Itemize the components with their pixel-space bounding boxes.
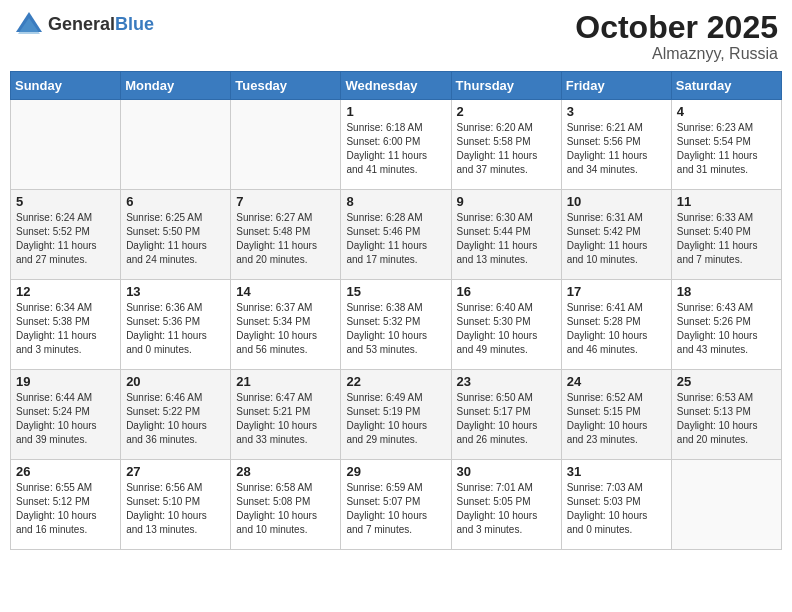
weekday-header-monday: Monday	[121, 72, 231, 100]
day-info: Sunrise: 6:36 AM Sunset: 5:36 PM Dayligh…	[126, 301, 225, 357]
day-info: Sunrise: 6:34 AM Sunset: 5:38 PM Dayligh…	[16, 301, 115, 357]
day-info: Sunrise: 6:28 AM Sunset: 5:46 PM Dayligh…	[346, 211, 445, 267]
calendar-week-row: 1Sunrise: 6:18 AM Sunset: 6:00 PM Daylig…	[11, 100, 782, 190]
day-info: Sunrise: 6:37 AM Sunset: 5:34 PM Dayligh…	[236, 301, 335, 357]
calendar-cell: 2Sunrise: 6:20 AM Sunset: 5:58 PM Daylig…	[451, 100, 561, 190]
weekday-header-thursday: Thursday	[451, 72, 561, 100]
calendar-week-row: 12Sunrise: 6:34 AM Sunset: 5:38 PM Dayli…	[11, 280, 782, 370]
day-info: Sunrise: 6:49 AM Sunset: 5:19 PM Dayligh…	[346, 391, 445, 447]
calendar-week-row: 26Sunrise: 6:55 AM Sunset: 5:12 PM Dayli…	[11, 460, 782, 550]
calendar-cell: 30Sunrise: 7:01 AM Sunset: 5:05 PM Dayli…	[451, 460, 561, 550]
weekday-header-friday: Friday	[561, 72, 671, 100]
calendar-cell: 20Sunrise: 6:46 AM Sunset: 5:22 PM Dayli…	[121, 370, 231, 460]
day-number: 26	[16, 464, 115, 479]
calendar-cell: 3Sunrise: 6:21 AM Sunset: 5:56 PM Daylig…	[561, 100, 671, 190]
calendar-cell: 6Sunrise: 6:25 AM Sunset: 5:50 PM Daylig…	[121, 190, 231, 280]
day-number: 12	[16, 284, 115, 299]
calendar-cell	[121, 100, 231, 190]
day-number: 28	[236, 464, 335, 479]
day-info: Sunrise: 6:46 AM Sunset: 5:22 PM Dayligh…	[126, 391, 225, 447]
calendar-week-row: 5Sunrise: 6:24 AM Sunset: 5:52 PM Daylig…	[11, 190, 782, 280]
day-number: 27	[126, 464, 225, 479]
calendar-cell: 29Sunrise: 6:59 AM Sunset: 5:07 PM Dayli…	[341, 460, 451, 550]
calendar-cell: 7Sunrise: 6:27 AM Sunset: 5:48 PM Daylig…	[231, 190, 341, 280]
logo-text-blue: Blue	[115, 15, 154, 35]
title-block: October 2025 Almaznyy, Russia	[575, 10, 778, 63]
day-number: 20	[126, 374, 225, 389]
calendar-cell: 14Sunrise: 6:37 AM Sunset: 5:34 PM Dayli…	[231, 280, 341, 370]
calendar-cell: 17Sunrise: 6:41 AM Sunset: 5:28 PM Dayli…	[561, 280, 671, 370]
day-info: Sunrise: 6:30 AM Sunset: 5:44 PM Dayligh…	[457, 211, 556, 267]
day-number: 30	[457, 464, 556, 479]
day-number: 1	[346, 104, 445, 119]
day-info: Sunrise: 6:20 AM Sunset: 5:58 PM Dayligh…	[457, 121, 556, 177]
calendar-cell: 4Sunrise: 6:23 AM Sunset: 5:54 PM Daylig…	[671, 100, 781, 190]
day-number: 19	[16, 374, 115, 389]
day-info: Sunrise: 6:50 AM Sunset: 5:17 PM Dayligh…	[457, 391, 556, 447]
day-info: Sunrise: 6:21 AM Sunset: 5:56 PM Dayligh…	[567, 121, 666, 177]
calendar-cell: 5Sunrise: 6:24 AM Sunset: 5:52 PM Daylig…	[11, 190, 121, 280]
calendar-cell: 10Sunrise: 6:31 AM Sunset: 5:42 PM Dayli…	[561, 190, 671, 280]
day-number: 11	[677, 194, 776, 209]
day-number: 13	[126, 284, 225, 299]
day-info: Sunrise: 6:24 AM Sunset: 5:52 PM Dayligh…	[16, 211, 115, 267]
day-number: 22	[346, 374, 445, 389]
weekday-header-wednesday: Wednesday	[341, 72, 451, 100]
logo-text-general: General	[48, 15, 115, 35]
calendar-cell: 28Sunrise: 6:58 AM Sunset: 5:08 PM Dayli…	[231, 460, 341, 550]
calendar-cell	[11, 100, 121, 190]
day-number: 7	[236, 194, 335, 209]
day-info: Sunrise: 6:31 AM Sunset: 5:42 PM Dayligh…	[567, 211, 666, 267]
day-number: 24	[567, 374, 666, 389]
calendar-cell: 19Sunrise: 6:44 AM Sunset: 5:24 PM Dayli…	[11, 370, 121, 460]
day-info: Sunrise: 6:40 AM Sunset: 5:30 PM Dayligh…	[457, 301, 556, 357]
calendar-cell: 15Sunrise: 6:38 AM Sunset: 5:32 PM Dayli…	[341, 280, 451, 370]
calendar-table: SundayMondayTuesdayWednesdayThursdayFrid…	[10, 71, 782, 550]
day-info: Sunrise: 6:33 AM Sunset: 5:40 PM Dayligh…	[677, 211, 776, 267]
day-number: 29	[346, 464, 445, 479]
calendar-cell: 8Sunrise: 6:28 AM Sunset: 5:46 PM Daylig…	[341, 190, 451, 280]
day-number: 31	[567, 464, 666, 479]
logo: General Blue	[14, 10, 154, 40]
logo-icon	[14, 10, 44, 40]
calendar-cell: 16Sunrise: 6:40 AM Sunset: 5:30 PM Dayli…	[451, 280, 561, 370]
day-number: 18	[677, 284, 776, 299]
calendar-cell: 27Sunrise: 6:56 AM Sunset: 5:10 PM Dayli…	[121, 460, 231, 550]
calendar-cell: 21Sunrise: 6:47 AM Sunset: 5:21 PM Dayli…	[231, 370, 341, 460]
day-info: Sunrise: 6:23 AM Sunset: 5:54 PM Dayligh…	[677, 121, 776, 177]
calendar-cell: 9Sunrise: 6:30 AM Sunset: 5:44 PM Daylig…	[451, 190, 561, 280]
weekday-header-sunday: Sunday	[11, 72, 121, 100]
day-info: Sunrise: 6:18 AM Sunset: 6:00 PM Dayligh…	[346, 121, 445, 177]
weekday-header-tuesday: Tuesday	[231, 72, 341, 100]
day-number: 4	[677, 104, 776, 119]
day-number: 21	[236, 374, 335, 389]
calendar-cell: 11Sunrise: 6:33 AM Sunset: 5:40 PM Dayli…	[671, 190, 781, 280]
day-number: 15	[346, 284, 445, 299]
day-info: Sunrise: 6:47 AM Sunset: 5:21 PM Dayligh…	[236, 391, 335, 447]
calendar-cell: 12Sunrise: 6:34 AM Sunset: 5:38 PM Dayli…	[11, 280, 121, 370]
calendar-cell: 24Sunrise: 6:52 AM Sunset: 5:15 PM Dayli…	[561, 370, 671, 460]
calendar-cell: 25Sunrise: 6:53 AM Sunset: 5:13 PM Dayli…	[671, 370, 781, 460]
calendar-week-row: 19Sunrise: 6:44 AM Sunset: 5:24 PM Dayli…	[11, 370, 782, 460]
day-info: Sunrise: 6:53 AM Sunset: 5:13 PM Dayligh…	[677, 391, 776, 447]
day-number: 6	[126, 194, 225, 209]
day-info: Sunrise: 6:58 AM Sunset: 5:08 PM Dayligh…	[236, 481, 335, 537]
day-number: 17	[567, 284, 666, 299]
day-info: Sunrise: 6:41 AM Sunset: 5:28 PM Dayligh…	[567, 301, 666, 357]
weekday-header-row: SundayMondayTuesdayWednesdayThursdayFrid…	[11, 72, 782, 100]
day-info: Sunrise: 6:56 AM Sunset: 5:10 PM Dayligh…	[126, 481, 225, 537]
calendar-cell: 13Sunrise: 6:36 AM Sunset: 5:36 PM Dayli…	[121, 280, 231, 370]
day-info: Sunrise: 6:59 AM Sunset: 5:07 PM Dayligh…	[346, 481, 445, 537]
day-number: 8	[346, 194, 445, 209]
day-number: 3	[567, 104, 666, 119]
day-info: Sunrise: 7:03 AM Sunset: 5:03 PM Dayligh…	[567, 481, 666, 537]
day-info: Sunrise: 6:43 AM Sunset: 5:26 PM Dayligh…	[677, 301, 776, 357]
page-header: General Blue October 2025 Almaznyy, Russ…	[10, 10, 782, 63]
calendar-cell: 18Sunrise: 6:43 AM Sunset: 5:26 PM Dayli…	[671, 280, 781, 370]
day-number: 10	[567, 194, 666, 209]
weekday-header-saturday: Saturday	[671, 72, 781, 100]
day-info: Sunrise: 6:25 AM Sunset: 5:50 PM Dayligh…	[126, 211, 225, 267]
day-number: 16	[457, 284, 556, 299]
calendar-cell: 23Sunrise: 6:50 AM Sunset: 5:17 PM Dayli…	[451, 370, 561, 460]
day-number: 25	[677, 374, 776, 389]
